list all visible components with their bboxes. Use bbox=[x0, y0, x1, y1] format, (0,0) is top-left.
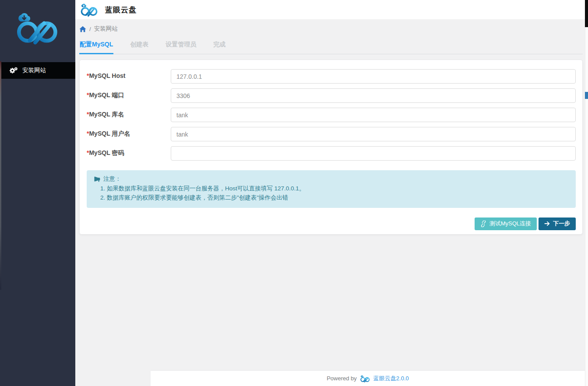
powered-by-text: Powered by bbox=[327, 375, 357, 382]
mysql-username-input[interactable] bbox=[171, 127, 576, 141]
scrollbar-track[interactable] bbox=[585, 0, 588, 386]
home-icon[interactable] bbox=[79, 26, 86, 32]
tab-configure-mysql[interactable]: 配置MySQL bbox=[79, 41, 113, 54]
mysql-username-label: *MySQL 用户名 bbox=[87, 127, 171, 141]
form-row-port: *MySQL 端口 bbox=[87, 88, 576, 103]
mysql-database-label: *MySQL 库名 bbox=[87, 108, 171, 122]
scrollbar-marker bbox=[585, 92, 588, 99]
bullhorn-icon bbox=[94, 176, 100, 182]
form-row-password: *MySQL 密码 bbox=[87, 146, 576, 161]
actions-row: 测试MySQL连接 下一步 bbox=[87, 218, 576, 230]
sidebar-item-install-site[interactable]: 安装网站 bbox=[0, 62, 75, 79]
sidebar-logo bbox=[0, 0, 75, 62]
mysql-host-label: *MySQL Host bbox=[87, 69, 171, 84]
left-edge-strip bbox=[0, 61, 1, 290]
mysql-config-card: *MySQL Host *MySQL 端口 *MySQL 库名 *MySQL 用… bbox=[79, 60, 583, 235]
notice-title: 注意： bbox=[103, 175, 121, 183]
mysql-password-label: *MySQL 密码 bbox=[87, 146, 171, 161]
footer-version-link[interactable]: 蓝眼云盘2.0.0 bbox=[373, 375, 409, 382]
form-row-username: *MySQL 用户名 bbox=[87, 127, 576, 141]
tab-setup-admin[interactable]: 设置管理员 bbox=[165, 41, 197, 54]
app-title: 蓝眼云盘 bbox=[105, 5, 137, 15]
notice-title-row: 注意： bbox=[94, 175, 569, 183]
main-area: 蓝眼云盘 / 安装网站 配置MySQL 创建表 设置管理员 完成 *MySQL … bbox=[75, 0, 588, 386]
form-row-host: *MySQL Host bbox=[87, 69, 576, 84]
breadcrumb-separator: / bbox=[89, 26, 91, 32]
app-logo-icon bbox=[13, 11, 63, 45]
content: / 安装网站 配置MySQL 创建表 设置管理员 完成 *MySQL Host … bbox=[75, 25, 588, 235]
mysql-database-input[interactable] bbox=[171, 108, 576, 122]
next-step-label: 下一步 bbox=[553, 220, 570, 228]
arrow-right-icon bbox=[544, 221, 550, 226]
notice-box: 注意： 1. 如果数据库和蓝眼云盘安装在同一台服务器，Host可以直接填写 12… bbox=[87, 170, 576, 208]
scrollbar-thumb[interactable] bbox=[585, 0, 588, 27]
top-header: 蓝眼云盘 bbox=[75, 0, 588, 19]
tab-create-tables[interactable]: 创建表 bbox=[130, 41, 149, 54]
footer: Powered by 蓝眼云盘2.0.0 bbox=[151, 370, 585, 386]
next-step-button[interactable]: 下一步 bbox=[539, 218, 576, 230]
breadcrumb-current: 安装网站 bbox=[94, 25, 118, 33]
plug-link-icon bbox=[480, 221, 486, 227]
footer-logo-icon bbox=[359, 375, 371, 382]
cogs-icon bbox=[9, 67, 18, 74]
notice-list: 1. 如果数据库和蓝眼云盘安装在同一台服务器，Host可以直接填写 127.0.… bbox=[94, 185, 569, 202]
sidebar-item-label: 安装网站 bbox=[22, 67, 46, 74]
wizard-tabs: 配置MySQL 创建表 设置管理员 完成 bbox=[79, 41, 583, 54]
mysql-port-label: *MySQL 端口 bbox=[87, 88, 171, 103]
mysql-host-input[interactable] bbox=[171, 69, 576, 84]
notice-item: 2. 数据库账户的权限要求要能够创建表，否则第二步"创建表"操作会出错 bbox=[100, 194, 569, 202]
test-mysql-button[interactable]: 测试MySQL连接 bbox=[475, 218, 537, 230]
header-logo-icon bbox=[79, 3, 100, 17]
mysql-password-input[interactable] bbox=[171, 146, 576, 161]
test-mysql-label: 测试MySQL连接 bbox=[489, 220, 531, 228]
notice-item: 1. 如果数据库和蓝眼云盘安装在同一台服务器，Host可以直接填写 127.0.… bbox=[100, 185, 569, 193]
sidebar: 安装网站 bbox=[0, 0, 75, 386]
mysql-port-input[interactable] bbox=[171, 88, 576, 103]
tab-finish[interactable]: 完成 bbox=[213, 41, 226, 54]
breadcrumb: / 安装网站 bbox=[79, 25, 583, 33]
form-row-database: *MySQL 库名 bbox=[87, 108, 576, 122]
